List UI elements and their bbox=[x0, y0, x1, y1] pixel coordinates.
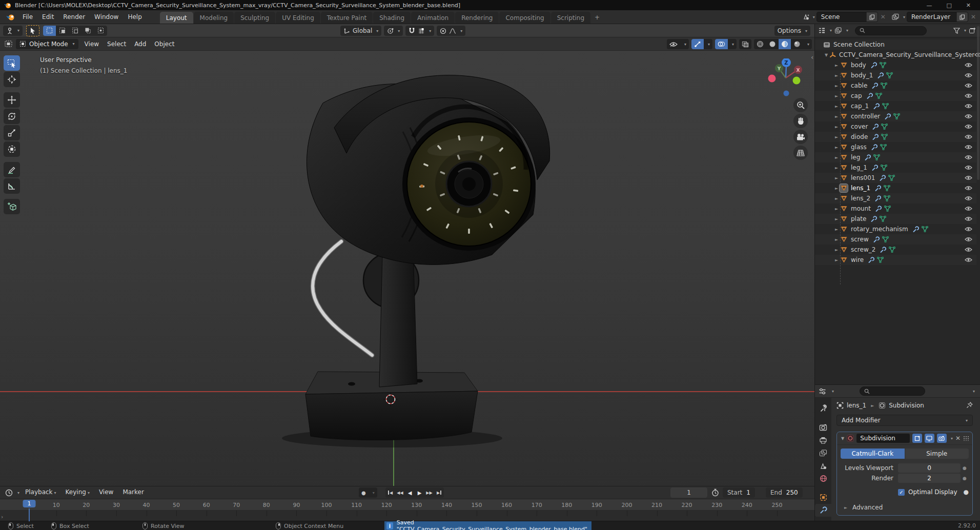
expand-arrow-icon[interactable]: ► bbox=[833, 227, 840, 232]
expand-arrow-icon[interactable]: ► bbox=[833, 258, 840, 262]
viewport-editor-type-icon[interactable] bbox=[3, 40, 14, 47]
viewport-menu-view[interactable]: View bbox=[80, 38, 103, 50]
animate-dot-icon[interactable]: ● bbox=[964, 488, 969, 496]
expand-arrow-icon[interactable]: ► bbox=[833, 217, 840, 221]
scene-unlink-icon[interactable]: ✕ bbox=[880, 13, 887, 21]
outliner-display-mode-icon[interactable] bbox=[834, 27, 842, 34]
optimal-display-checkbox[interactable]: ✓ bbox=[898, 489, 905, 496]
visibility-eye-icon[interactable] bbox=[965, 93, 972, 98]
tool-rotate[interactable] bbox=[4, 109, 20, 124]
outliner-row-screw-2[interactable]: ► screw_2 bbox=[815, 244, 976, 255]
visibility-eye-icon[interactable] bbox=[965, 227, 972, 232]
edit-mode-display-toggle[interactable] bbox=[912, 434, 922, 443]
keying-dropdown-icon[interactable]: ▾ bbox=[370, 487, 377, 498]
outliner-display-dropdown-icon[interactable]: ▾ bbox=[846, 28, 848, 33]
select-mode-extend[interactable] bbox=[56, 26, 69, 36]
outliner-row-cover[interactable]: ► cover bbox=[815, 121, 976, 132]
close-icon[interactable]: ✕ bbox=[966, 2, 971, 9]
workspace-tab-shading[interactable]: Shading bbox=[373, 12, 411, 24]
frame-ruler[interactable]: 1020304050607080901001101201301401501601… bbox=[0, 499, 814, 511]
viewport-menu-select[interactable]: Select bbox=[103, 38, 130, 50]
shading-rendered-button[interactable] bbox=[791, 39, 803, 49]
select-mode-new[interactable] bbox=[43, 26, 56, 36]
outliner-row-diode[interactable]: ► diode bbox=[815, 132, 976, 142]
tool-move[interactable] bbox=[4, 92, 20, 108]
outliner-row-glass[interactable]: ► glass bbox=[815, 142, 976, 152]
shading-dropdown-icon[interactable]: ▾ bbox=[805, 39, 812, 49]
modifier-close-icon[interactable]: ✕ bbox=[955, 435, 961, 442]
jump-to-end-button[interactable]: ▶ bbox=[434, 487, 444, 498]
expand-arrow-icon[interactable]: ► bbox=[833, 248, 840, 252]
animate-dot-icon[interactable]: ● bbox=[961, 476, 969, 481]
visibility-eye-icon[interactable] bbox=[965, 145, 972, 150]
properties-editor-type-icon[interactable] bbox=[819, 388, 826, 395]
render-levels-field[interactable]: 2 bbox=[898, 474, 961, 483]
auto-keying-record-icon[interactable]: ● bbox=[359, 487, 369, 498]
visibility-eye-icon[interactable] bbox=[965, 196, 972, 201]
zoom-button[interactable] bbox=[793, 98, 808, 112]
outliner-search-input[interactable] bbox=[855, 26, 927, 35]
visibility-eye-icon[interactable] bbox=[965, 63, 972, 68]
expand-arrow-icon[interactable]: ► bbox=[833, 155, 840, 160]
play-reverse-button[interactable]: ◀ bbox=[405, 487, 415, 498]
end-frame-field[interactable]: End 250 bbox=[766, 487, 803, 498]
shading-wireframe-button[interactable] bbox=[754, 39, 766, 49]
drag-handle-icon[interactable] bbox=[963, 436, 969, 441]
minimize-icon[interactable]: — bbox=[926, 2, 932, 9]
tab-object[interactable] bbox=[815, 491, 831, 504]
visibility-eye-icon[interactable] bbox=[965, 155, 972, 160]
timeline-expand-arrow[interactable]: › bbox=[1, 514, 3, 520]
maximize-icon[interactable]: □ bbox=[946, 2, 951, 9]
tool-scale[interactable] bbox=[4, 125, 20, 140]
view-layer-copy-icon[interactable] bbox=[956, 12, 968, 22]
outliner-row-controller[interactable]: ► controller bbox=[815, 111, 976, 121]
modifier-extras-dropdown-icon[interactable]: ▾ bbox=[951, 436, 953, 441]
menu-window[interactable]: Window bbox=[90, 10, 123, 24]
workspace-tab-scripting[interactable]: Scripting bbox=[551, 12, 590, 24]
subdiv-type-simple[interactable]: Simple bbox=[905, 449, 969, 459]
editor-type-button[interactable]: ▾ bbox=[3, 26, 23, 36]
modifier-panel-header[interactable]: ▼ Subdivision ▾ ✕ bbox=[837, 432, 972, 445]
stopwatch-icon[interactable] bbox=[711, 488, 719, 497]
breadcrumb-object[interactable]: lens_1 bbox=[847, 402, 866, 409]
outliner-row-lens001[interactable]: ► lens001 bbox=[815, 173, 976, 183]
expand-arrow-icon[interactable]: ► bbox=[833, 176, 840, 180]
outliner-row-rotary-mechanism[interactable]: ► rotary_mechanism bbox=[815, 224, 976, 234]
visibility-eye-icon[interactable] bbox=[965, 104, 972, 109]
overlays-dropdown-icon[interactable]: ▾ bbox=[729, 39, 737, 49]
transform-orientation-button[interactable]: Global ▾ bbox=[340, 26, 381, 36]
viewport-menu-object[interactable]: Object bbox=[150, 38, 178, 50]
blender-menu-icon[interactable] bbox=[3, 13, 18, 21]
expand-arrow-icon[interactable]: ► bbox=[833, 73, 840, 78]
snap-button-group[interactable]: ▾ bbox=[405, 26, 434, 36]
collapse-arrow-icon[interactable]: ▼ bbox=[823, 53, 829, 57]
select-mode-intersect[interactable] bbox=[94, 26, 107, 36]
visibility-eye-icon[interactable] bbox=[965, 247, 972, 252]
expand-arrow-icon[interactable]: ► bbox=[833, 237, 840, 242]
playhead-line[interactable] bbox=[29, 508, 30, 521]
active-tool-indicator[interactable] bbox=[26, 25, 39, 36]
visibility-eye-icon[interactable] bbox=[965, 134, 972, 139]
tool-transform[interactable] bbox=[4, 141, 20, 157]
properties-options-dropdown-icon[interactable]: ▾ bbox=[973, 389, 975, 394]
expand-arrow-icon[interactable]: ► bbox=[833, 125, 840, 129]
expand-arrow-icon[interactable]: ► bbox=[833, 166, 840, 170]
camera-view-button[interactable] bbox=[793, 130, 808, 144]
workspace-tab-animation[interactable]: Animation bbox=[411, 12, 455, 24]
view-layer-name-field[interactable]: RenderLayer bbox=[907, 12, 968, 22]
ortho-grid-button[interactable] bbox=[793, 146, 808, 160]
viewport-canvas[interactable]: User Perspective (1) Scene Collection | … bbox=[0, 51, 814, 486]
outliner-row-cap-1[interactable]: ► cap_1 bbox=[815, 101, 976, 111]
tab-world[interactable] bbox=[815, 472, 831, 485]
current-frame-indicator[interactable]: 1 bbox=[23, 500, 36, 507]
timeline-track[interactable] bbox=[0, 511, 814, 516]
add-workspace-button[interactable]: + bbox=[590, 11, 604, 23]
show-overlays-toggle[interactable] bbox=[715, 39, 728, 49]
view-layer-icon[interactable] bbox=[892, 13, 900, 21]
outliner-row-body[interactable]: ► body bbox=[815, 60, 976, 70]
menu-render[interactable]: Render bbox=[58, 10, 90, 24]
current-frame-field[interactable]: 1 bbox=[670, 487, 707, 498]
tab-output[interactable] bbox=[815, 434, 831, 446]
filter-funnel-icon[interactable] bbox=[953, 28, 960, 34]
properties-type-dropdown-icon[interactable]: ▾ bbox=[832, 389, 834, 394]
